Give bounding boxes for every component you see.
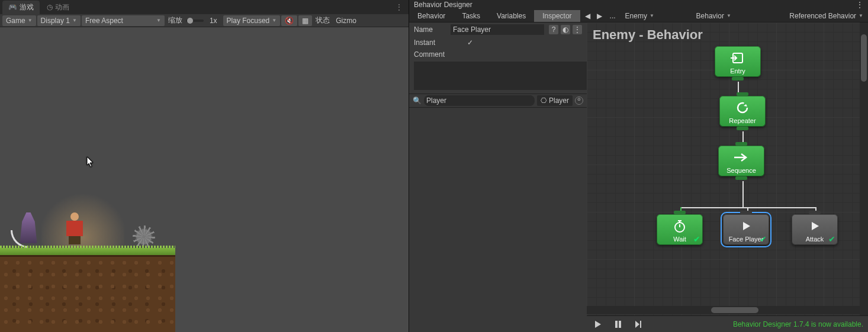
check-icon: ✔ bbox=[828, 234, 835, 244]
check-icon: ✔ bbox=[693, 234, 700, 244]
node-port[interactable] bbox=[740, 211, 752, 214]
cube-icon: ⎔ bbox=[541, 96, 546, 105]
bd-tab-behavior[interactable]: Behavior bbox=[409, 10, 454, 22]
node-label: Wait bbox=[661, 236, 698, 243]
help-button[interactable]: ? bbox=[549, 25, 558, 34]
breadcrumb-ellipsis[interactable]: ... bbox=[605, 11, 621, 21]
display-dropdown[interactable]: Display 1▼ bbox=[37, 15, 81, 26]
nav-forward-button[interactable]: ▶ bbox=[594, 12, 605, 20]
tab-animation[interactable]: ◷ 动画 bbox=[41, 1, 75, 14]
node-label: Entry bbox=[719, 67, 756, 75]
dots-icon: ⋮ bbox=[574, 25, 581, 34]
game-scene bbox=[0, 212, 175, 332]
play-focus-dropdown[interactable]: Play Focused▼ bbox=[223, 15, 281, 26]
svg-rect-5 bbox=[640, 321, 641, 328]
game-viewport[interactable] bbox=[0, 27, 409, 332]
tab-overflow-button[interactable]: ⋮ bbox=[392, 3, 406, 11]
nav-back-button[interactable]: ◀ bbox=[583, 12, 593, 20]
node-port[interactable] bbox=[737, 92, 748, 96]
more-button[interactable]: ⋮ bbox=[573, 25, 582, 34]
node-port[interactable] bbox=[809, 211, 821, 214]
node-port[interactable] bbox=[732, 77, 744, 80]
bd-title: Behavior Designer bbox=[414, 1, 472, 9]
spike-ball-sprite bbox=[136, 229, 152, 244]
node-label: Sequence bbox=[723, 167, 760, 174]
breadcrumb-behavior[interactable]: Behavior▼ bbox=[692, 11, 769, 21]
chevron-down-icon: ▼ bbox=[859, 13, 863, 18]
bd-tab-inspector[interactable]: Inspector bbox=[534, 10, 580, 22]
clock-icon: ◷ bbox=[47, 3, 53, 11]
inspector-panel: Name ? ◐ ⋮ Instant ✓ Comment 🔍 ⎔ bbox=[409, 22, 587, 332]
node-port[interactable] bbox=[674, 211, 686, 214]
scrollbar-thumb[interactable] bbox=[861, 34, 867, 82]
bd-nav: ◀ ▶ bbox=[583, 12, 605, 20]
bd-tab-variables[interactable]: Variables bbox=[488, 10, 534, 22]
chevron-down-icon: ▼ bbox=[28, 18, 33, 23]
breadcrumb-referenced[interactable]: Referenced Behavior▼ bbox=[785, 11, 868, 21]
breadcrumb-enemy[interactable]: Enemy▼ bbox=[621, 11, 692, 21]
node-face-player[interactable]: Face Player ✔ bbox=[723, 214, 769, 245]
circle-icon: ◐ bbox=[562, 25, 568, 34]
svg-rect-4 bbox=[619, 321, 621, 328]
horizontal-scrollbar[interactable] bbox=[587, 306, 860, 314]
node-port[interactable] bbox=[735, 142, 747, 146]
node-repeater[interactable]: Repeater bbox=[719, 96, 766, 127]
status-message[interactable]: Behavior Designer 1.7.4 is now available… bbox=[733, 320, 863, 328]
entry-icon bbox=[719, 50, 756, 66]
check-icon: ✔ bbox=[760, 234, 767, 244]
scrollbar-thumb[interactable] bbox=[711, 307, 758, 313]
node-label: Repeater bbox=[724, 117, 761, 124]
gizmos-label[interactable]: Gizmo bbox=[333, 17, 359, 25]
player-object-field[interactable]: ⎔ Player bbox=[537, 95, 573, 106]
instant-label: Instant bbox=[414, 38, 461, 47]
check-icon: ✓ bbox=[467, 38, 473, 47]
vertical-scrollbar[interactable] bbox=[860, 22, 868, 320]
graph-panel[interactable]: Enemy - Behavior Entry Repeater bbox=[587, 22, 868, 332]
gamepad-icon: 🎮 bbox=[8, 3, 17, 11]
search-input[interactable] bbox=[424, 95, 535, 106]
search-icon: 🔍 bbox=[413, 96, 422, 105]
panel-menu-button[interactable]: ⋮ bbox=[856, 1, 863, 9]
color-button[interactable]: ◐ bbox=[561, 25, 570, 34]
game-toolbar: Game▼ Display 1▼ Free Aspect▼ 缩放 1x Play… bbox=[0, 14, 409, 27]
game-mode-dropdown[interactable]: Game▼ bbox=[2, 15, 36, 26]
play-icon bbox=[728, 218, 764, 234]
play-icon bbox=[796, 218, 833, 234]
name-input[interactable] bbox=[451, 24, 544, 35]
tab-game[interactable]: 🎮 游戏 bbox=[2, 1, 40, 14]
question-icon: ? bbox=[552, 25, 556, 34]
node-label: Face Player bbox=[728, 236, 764, 243]
behavior-designer-panel: Behavior Designer ⋮ Behavior Tasks Varia… bbox=[409, 0, 868, 332]
pause-button[interactable] bbox=[612, 318, 625, 331]
bd-tab-tasks[interactable]: Tasks bbox=[454, 10, 488, 22]
name-label: Name bbox=[414, 25, 446, 34]
speaker-mute-icon: 🔇 bbox=[285, 17, 294, 25]
graph-title: Enemy - Behavior bbox=[593, 27, 703, 43]
scale-slider[interactable] bbox=[186, 20, 204, 22]
player-sprite bbox=[64, 212, 85, 243]
comment-input[interactable] bbox=[414, 62, 591, 90]
status-label[interactable]: 状态 bbox=[313, 15, 332, 25]
player-field-label: Player bbox=[549, 96, 569, 105]
play-button[interactable] bbox=[591, 318, 605, 331]
node-attack[interactable]: Attack ✔ bbox=[792, 214, 838, 245]
wire bbox=[742, 181, 744, 207]
node-sequence[interactable]: Sequence bbox=[718, 146, 764, 176]
aspect-dropdown[interactable]: Free Aspect▼ bbox=[82, 15, 165, 26]
stopwatch-icon bbox=[661, 218, 698, 234]
node-wait[interactable]: Wait ✔ bbox=[657, 214, 703, 245]
node-port[interactable] bbox=[737, 127, 748, 130]
node-entry[interactable]: Entry bbox=[715, 46, 761, 77]
inspector-search-row: 🔍 ⎔ Player ⊙ bbox=[409, 94, 587, 108]
chevron-down-icon: ▼ bbox=[272, 18, 277, 23]
inspector-comment-row: Comment bbox=[409, 49, 587, 60]
grid-icon: ▦ bbox=[302, 17, 308, 25]
slider-knob[interactable] bbox=[187, 18, 193, 24]
instant-checkbox[interactable]: ✓ bbox=[466, 38, 474, 47]
node-label: Attack bbox=[796, 236, 833, 243]
node-port[interactable] bbox=[735, 176, 747, 180]
object-picker-button[interactable]: ⊙ bbox=[575, 96, 583, 105]
mute-button[interactable]: 🔇 bbox=[281, 15, 297, 26]
step-button[interactable] bbox=[632, 318, 645, 331]
grid-button[interactable]: ▦ bbox=[298, 15, 312, 26]
